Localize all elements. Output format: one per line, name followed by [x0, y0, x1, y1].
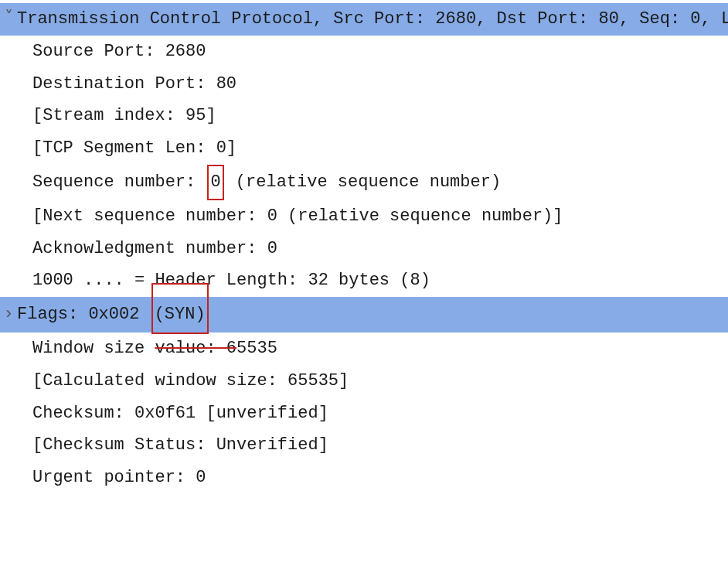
stream-index-text: [Stream index: 95]: [32, 106, 216, 125]
calc-window-row[interactable]: [Calculated window size: 65535]: [0, 365, 728, 397]
dest-port-row[interactable]: Destination Port: 80: [0, 68, 728, 101]
urgent-pointer-row[interactable]: Urgent pointer: 0: [0, 462, 728, 494]
chevron-down-icon[interactable]: ˅: [0, 3, 17, 36]
ack-row[interactable]: Acknowledgment number: 0: [0, 233, 728, 265]
sequence-number-row[interactable]: Sequence number: 0 (relative sequence nu…: [0, 165, 728, 200]
ack-text: Acknowledgment number: 0: [32, 239, 277, 258]
segment-len-row[interactable]: [TCP Segment Len: 0]: [0, 132, 728, 165]
window-pre: Window size: [32, 339, 155, 358]
tcp-header-row[interactable]: ˅Transmission Control Protocol, Src Port…: [0, 3, 728, 36]
window-post: 5535: [236, 339, 277, 358]
source-port-row[interactable]: Source Port: 2680: [0, 36, 728, 68]
header-length-row[interactable]: 1000 .... = Header Length: 32 bytes (8): [0, 264, 728, 297]
seq-suffix: (relative sequence number): [226, 172, 501, 192]
chevron-right-icon[interactable]: ›: [0, 298, 17, 331]
checksum-status-text: [Checksum Status: Unverified]: [32, 435, 328, 455]
checksum-row[interactable]: Checksum: 0x0f61 [unverified]: [0, 397, 728, 430]
flags-row[interactable]: ›Flags: 0x002 (SYN): [0, 297, 728, 333]
checksum-text: Checksum: 0x0f61 [unverified]: [32, 404, 328, 423]
segment-len-text: [TCP Segment Len: 0]: [32, 138, 236, 158]
header-length-text: 1000 .... = Header Length: 32 bytes (8): [32, 271, 430, 290]
calc-window-text: [Calculated window size: 65535]: [32, 371, 349, 391]
next-seq-row[interactable]: [Next sequence number: 0 (relative seque…: [0, 200, 728, 233]
checksum-status-row[interactable]: [Checksum Status: Unverified]: [0, 429, 728, 462]
flags-syn-highlight: (SYN): [151, 283, 209, 334]
stream-index-row[interactable]: [Stream index: 95]: [0, 100, 728, 132]
next-seq-text: [Next sequence number: 0 (relative seque…: [32, 206, 563, 226]
dest-port-text: Destination Port: 80: [32, 74, 236, 94]
window-size-row[interactable]: Window size value: 65535: [0, 333, 728, 365]
seq-value-highlight: 0: [207, 165, 223, 200]
seq-label: Sequence number:: [32, 172, 206, 192]
window-mid: value: 6: [155, 339, 236, 358]
flags-text: Flags: 0x002: [17, 305, 150, 324]
urgent-pointer-text: Urgent pointer: 0: [32, 468, 206, 487]
tcp-header-text: Transmission Control Protocol, Src Port:…: [17, 9, 728, 29]
source-port-text: Source Port: 2680: [32, 42, 206, 61]
packet-details-tree: ˅Transmission Control Protocol, Src Port…: [0, 0, 728, 494]
